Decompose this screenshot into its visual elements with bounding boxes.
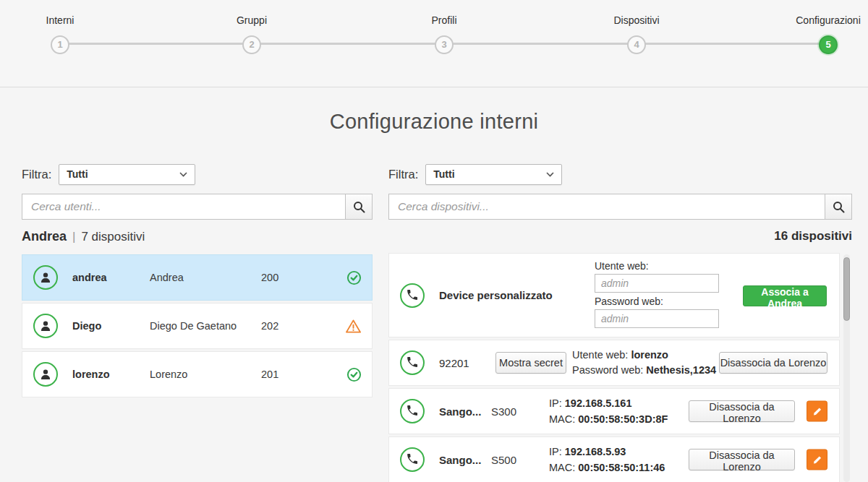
devices-filter-select[interactable]: Tutti	[425, 164, 562, 185]
step-circle[interactable]: 3	[435, 35, 454, 54]
disassociate-button[interactable]: Disassocia da Lorenzo	[689, 449, 795, 470]
web-user-value: lorenzo	[631, 349, 668, 361]
devices-panel: Filtra: Tutti 16 dispositivi Device p	[388, 163, 852, 482]
status-ok-icon	[346, 270, 362, 285]
device-row-sangoma-s500: Sango... S500 IP: 192.168.5.93 MAC: 00:5…	[388, 436, 840, 482]
users-search-row	[22, 194, 373, 220]
ip-value: 192.168.5.93	[565, 446, 626, 457]
users-search-input[interactable]	[22, 194, 346, 220]
device-row-92201: 92201 Mostra secret Utente web: lorenzo …	[388, 340, 840, 386]
users-filter-label: Filtra:	[22, 168, 51, 181]
user-row-diego[interactable]: Diego Diego De Gaetano 202	[22, 303, 373, 349]
user-icon	[39, 368, 52, 381]
step-interni[interactable]: Interni 1	[2, 14, 118, 54]
display-name: Andrea	[150, 272, 261, 283]
step-circle[interactable]: 4	[627, 35, 646, 54]
edit-device-button[interactable]	[807, 449, 827, 470]
web-password-line: Password web: Nethesis,1234	[572, 363, 716, 378]
selected-user-device-count: 7 dispositivi	[81, 230, 145, 244]
phone-ring	[400, 283, 425, 308]
pencil-icon	[812, 455, 822, 465]
show-secret-button[interactable]: Mostra secret	[495, 352, 566, 374]
phone-ring	[400, 399, 425, 423]
disassociate-button[interactable]: Disassocia da Lorenzo	[719, 352, 827, 374]
status-warning-icon	[345, 319, 362, 334]
device-row-custom: Device personalizzato Utente web: Passwo…	[388, 253, 840, 337]
step-circle[interactable]: 1	[51, 35, 69, 54]
ip-line: IP: 192.168.5.93	[549, 444, 665, 460]
extension: 202	[261, 320, 305, 332]
step-label: Profili	[386, 14, 502, 26]
device-name: Device personalizzato	[439, 289, 580, 301]
ip-label: IP:	[549, 397, 562, 409]
devices-search-row	[388, 194, 852, 220]
wizard-header: Interni 1 Gruppi 2 Profili 3 Dispositivi…	[0, 0, 868, 87]
web-password-value: Nethesis,1234	[646, 364, 716, 376]
device-credentials: Utente web: lorenzo Password web: Nethes…	[572, 348, 716, 378]
ip-value: 192.168.5.161	[565, 397, 632, 409]
device-network-info: IP: 192.168.5.93 MAC: 00:50:58:50:11:46	[549, 444, 665, 475]
device-list-scrollbar-track[interactable]	[843, 254, 850, 482]
step-label: Configurazioni	[770, 14, 868, 26]
user-row-lorenzo[interactable]: lorenzo Lorenzo 201	[22, 351, 373, 397]
user-icon	[39, 271, 52, 284]
user-row-andrea[interactable]: andrea Andrea 200	[22, 254, 373, 301]
users-filter-value: Tutti	[67, 168, 88, 180]
username: lorenzo	[72, 369, 150, 380]
users-panel: Filtra: Tutti Andrea | 7 dispositivi	[22, 163, 373, 400]
phone-icon	[406, 356, 419, 369]
device-name: Sango...	[439, 405, 491, 418]
users-filter-select[interactable]: Tutti	[59, 164, 195, 185]
devices-count: 16 dispositivi	[388, 229, 852, 245]
associate-button[interactable]: Associa a Andrea	[743, 285, 827, 306]
web-password-label: Password web:	[595, 296, 719, 307]
disassociate-button[interactable]: Disassocia da Lorenzo	[689, 400, 795, 422]
device-name: 92201	[439, 357, 495, 369]
devices-search-input[interactable]	[388, 194, 825, 220]
selected-user-name: Andrea	[22, 229, 67, 244]
web-user-input[interactable]	[595, 274, 719, 293]
users-list-header: Andrea | 7 dispositivi	[22, 229, 373, 245]
username: andrea	[72, 272, 150, 283]
phone-icon	[406, 453, 419, 466]
step-gruppi[interactable]: Gruppi 2	[194, 14, 310, 54]
chevron-down-icon	[546, 172, 554, 177]
custom-credentials: Utente web: Password web:	[595, 260, 719, 331]
users-search-button[interactable]	[346, 194, 373, 220]
user-avatar	[33, 314, 58, 338]
extension: 200	[261, 272, 305, 283]
edit-device-button[interactable]	[807, 401, 827, 422]
devices-filter-value: Tutti	[433, 168, 454, 180]
username: Diego	[72, 320, 150, 332]
search-icon	[353, 201, 365, 213]
web-user-label: Utente web:	[595, 260, 719, 272]
step-circle[interactable]: 2	[242, 35, 261, 54]
step-configurazioni[interactable]: Configurazioni 5	[770, 14, 868, 54]
phone-ring	[400, 447, 425, 472]
web-user-line: Utente web: lorenzo	[572, 348, 716, 363]
extension: 201	[261, 369, 305, 380]
step-profili[interactable]: Profili 3	[386, 14, 502, 54]
device-model: S500	[491, 454, 548, 466]
pencil-icon	[812, 406, 822, 416]
step-dispositivi[interactable]: Dispositivi 4	[579, 14, 694, 54]
user-list: andrea Andrea 200 Diego Diego De Gaetano…	[22, 254, 373, 397]
user-avatar	[33, 362, 58, 387]
devices-search-button[interactable]	[825, 194, 852, 220]
ip-label: IP:	[549, 446, 562, 457]
phone-icon	[406, 405, 419, 418]
search-icon	[833, 201, 845, 213]
web-password-label: Password web:	[572, 364, 643, 376]
ip-line: IP: 192.168.5.161	[549, 395, 668, 411]
mac-value: 00:50:58:50:11:46	[578, 462, 665, 473]
user-icon	[39, 319, 52, 332]
device-name: Sango...	[439, 454, 491, 466]
status-ok-icon	[346, 367, 362, 382]
users-filter-row: Filtra: Tutti	[22, 163, 373, 185]
step-circle[interactable]: 5	[819, 35, 838, 54]
page-title: Configurazione interni	[0, 110, 868, 134]
web-password-input[interactable]	[595, 309, 719, 328]
device-list-scrollbar-thumb[interactable]	[843, 257, 850, 321]
mac-label: MAC:	[549, 462, 575, 473]
header-separator: |	[72, 230, 75, 244]
